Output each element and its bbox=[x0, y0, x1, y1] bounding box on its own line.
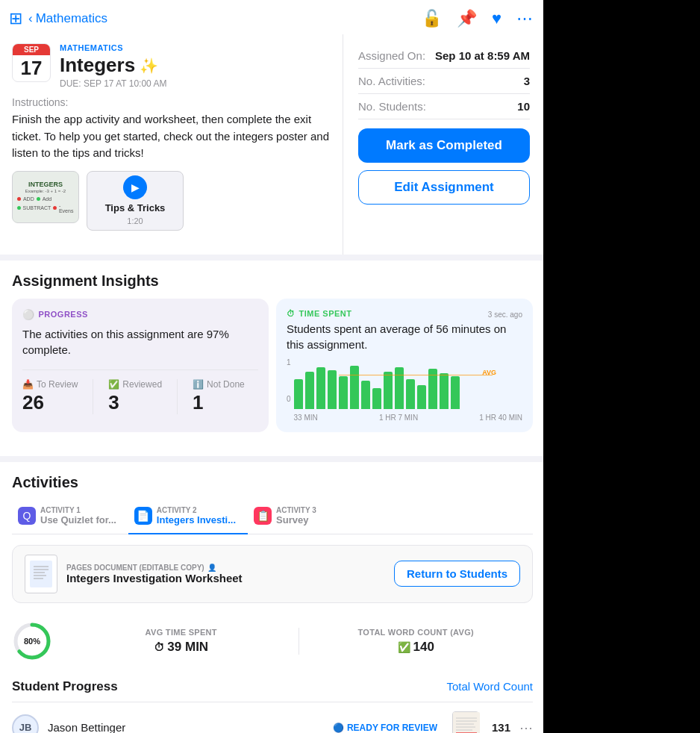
tab-1-main: Use Quizlet for... bbox=[40, 514, 116, 525]
activities-value: 3 bbox=[524, 75, 530, 87]
tab-2-sub: ACTIVITY 2 bbox=[157, 506, 236, 514]
play-button[interactable]: ▶ bbox=[123, 175, 147, 199]
avatar-initials-jb: JB bbox=[19, 722, 32, 733]
chart-area: AVG bbox=[294, 358, 522, 422]
status-dot-jb: 🔵 bbox=[333, 723, 344, 733]
info-icon: ℹ️ bbox=[193, 379, 204, 390]
student-row-jb: JB Jason Bettinger 🔵 READY FOR REVIEW bbox=[12, 702, 533, 734]
more-icon[interactable]: ⋯ bbox=[516, 9, 533, 28]
activity-tab-3[interactable]: 📋 ACTIVITY 3 Survey bbox=[248, 500, 328, 534]
activities-label: No. Activities: bbox=[358, 75, 425, 87]
student-doc-thumb-jb[interactable] bbox=[452, 711, 479, 734]
student-name-jb: Jason Bettinger bbox=[48, 721, 318, 733]
activity-tab-1[interactable]: Q ACTIVITY 1 Use Quizlet for... bbox=[12, 500, 128, 534]
video-duration: 1:20 bbox=[127, 216, 143, 225]
student-word-count-jb: 131 bbox=[488, 721, 510, 733]
progress-card: ⚪ PROGRESS The activities on this assign… bbox=[12, 299, 269, 432]
student-more-jb[interactable]: ⋯ bbox=[519, 720, 533, 734]
tab-1-labels: ACTIVITY 1 Use Quizlet for... bbox=[40, 506, 116, 525]
chart-container: 1 0 AVG bbox=[287, 358, 522, 422]
tab-3-labels: ACTIVITY 3 Survey bbox=[276, 506, 316, 525]
back-button[interactable]: ‹ Mathematics bbox=[28, 11, 107, 26]
total-word-count-link[interactable]: Total Word Count bbox=[446, 680, 533, 693]
back-label[interactable]: Mathematics bbox=[36, 11, 107, 26]
time-spent-text: Students spent an average of 56 minutes … bbox=[287, 321, 522, 352]
doc-info: PAGES DOCUMENT (EDITABLE COPY) 👤 Integer… bbox=[25, 555, 243, 593]
students-value: 10 bbox=[517, 100, 530, 113]
progress-text: The activities on this assignment are 97… bbox=[22, 326, 258, 358]
stat-divider-2 bbox=[177, 379, 178, 414]
sidebar-icon[interactable]: ⊞ bbox=[9, 9, 22, 28]
to-review-label: 📥 To Review bbox=[22, 379, 78, 390]
activity-tabs: Q ACTIVITY 1 Use Quizlet for... 📄 ACTIVI… bbox=[12, 500, 533, 534]
doc-thumbnail bbox=[25, 555, 57, 593]
integers-poster[interactable]: INTEGERS Example: -3 + 1 = -2 ADD Add bbox=[12, 171, 79, 223]
attachments: INTEGERS Example: -3 + 1 = -2 ADD Add bbox=[12, 171, 331, 231]
x-label-2: 1 HR 40 MIN bbox=[479, 414, 522, 422]
svg-rect-0 bbox=[30, 561, 52, 587]
insights-section: Assignment Insights ⚪ PROGRESS The activ… bbox=[0, 255, 545, 456]
pin-icon[interactable]: 📌 bbox=[457, 9, 477, 28]
return-to-students-button[interactable]: Return to Students bbox=[394, 561, 520, 587]
tab-2-main: Integers Investi... bbox=[157, 514, 236, 525]
avg-time-metric: AVG TIME SPENT ⏱ 39 MIN bbox=[64, 628, 299, 655]
stat-divider-1 bbox=[93, 379, 93, 414]
lock-icon[interactable]: 🔓 bbox=[422, 9, 442, 28]
word-count-label: TOTAL WORD COUNT (AVG) bbox=[311, 628, 522, 637]
student-avatar-jb: JB bbox=[12, 714, 39, 734]
integers-poster-content: INTEGERS Example: -3 + 1 = -2 ADD Add bbox=[12, 171, 79, 223]
right-column: Assigned On: Sep 10 at 8:59 AM No. Activ… bbox=[343, 34, 545, 255]
tab-1-icon: Q bbox=[18, 507, 36, 525]
bar bbox=[361, 381, 370, 409]
metrics-row: 80% AVG TIME SPENT ⏱ 39 MIN TOTAL WORD C… bbox=[12, 612, 533, 670]
status-badge-jb: 🔵 READY FOR REVIEW bbox=[327, 720, 443, 734]
word-count-metric: TOTAL WORD COUNT (AVG) ✅ 140 bbox=[299, 628, 534, 655]
bar bbox=[451, 376, 460, 409]
bar bbox=[440, 373, 449, 409]
bar bbox=[372, 388, 381, 409]
doc-thumb-svg bbox=[30, 561, 52, 587]
assignment-header: SEP 17 Mathematics Integers ✨ DUE: SEP 1… bbox=[12, 43, 331, 89]
calendar-icon: SEP 17 bbox=[12, 43, 51, 82]
sparkle-icon: ✨ bbox=[140, 57, 158, 75]
time-spent-category: ⏱ TIME SPENT bbox=[287, 309, 352, 318]
top-nav: ⊞ ‹ Mathematics 🔓 📌 ♥ ⋯ bbox=[0, 0, 545, 34]
chart-y-labels: 1 0 bbox=[287, 358, 291, 403]
edit-assignment-button[interactable]: Edit Assignment bbox=[358, 170, 530, 205]
time-icon: ⏱ bbox=[287, 309, 296, 318]
x-label-1: 1 HR 7 MIN bbox=[379, 414, 418, 422]
not-done-value: 1 bbox=[193, 391, 245, 414]
assigned-on-row: Assigned On: Sep 10 at 8:59 AM bbox=[358, 43, 530, 69]
student-progress-title: Student Progress bbox=[12, 679, 118, 694]
y-max: 1 bbox=[287, 358, 291, 366]
tips-tricks-video[interactable]: ▶ Tips & Tricks 1:20 bbox=[87, 171, 184, 231]
doc-type: PAGES DOCUMENT (EDITABLE COPY) 👤 bbox=[66, 564, 243, 572]
avg-time-value: ⏱ 39 MIN bbox=[76, 640, 287, 655]
students-row: No. Students: 10 bbox=[358, 94, 530, 119]
time-spent-header: ⏱ TIME SPENT 3 sec. ago bbox=[287, 309, 522, 321]
poster-lines: ADD Add SUBTRACT -Evens bbox=[17, 196, 74, 213]
to-review-stat: 📥 To Review 26 bbox=[22, 379, 78, 414]
poster-title: INTEGERS bbox=[28, 181, 63, 188]
activities-row: No. Activities: 3 bbox=[358, 69, 530, 94]
due-date: DUE: SEP 17 AT 10:00 AM bbox=[60, 78, 331, 89]
tab-2-icon: 📄 bbox=[134, 507, 152, 525]
word-count-value: ✅ 140 bbox=[311, 640, 522, 655]
x-label-0: 33 MIN bbox=[294, 414, 318, 422]
tab-1-sub: ACTIVITY 1 bbox=[40, 506, 116, 514]
cal-day: 17 bbox=[13, 55, 50, 81]
bar bbox=[305, 372, 314, 409]
mark-completed-button[interactable]: Mark as Completed bbox=[358, 128, 530, 163]
activity-tab-2[interactable]: 📄 ACTIVITY 2 Integers Investi... bbox=[128, 500, 248, 534]
activities-title: Activities bbox=[12, 474, 533, 491]
bar bbox=[417, 385, 426, 409]
y-min: 0 bbox=[287, 395, 291, 403]
avg-label: AVG bbox=[482, 369, 496, 376]
heart-icon[interactable]: ♥ bbox=[492, 9, 501, 28]
bar bbox=[350, 366, 359, 409]
time-ago: 3 sec. ago bbox=[488, 311, 522, 319]
subject-label: Mathematics bbox=[60, 43, 331, 52]
insights-title: Assignment Insights bbox=[12, 272, 533, 290]
instructions-text: Finish the app activity and worksheet, t… bbox=[12, 111, 331, 162]
students-label: No. Students: bbox=[358, 100, 426, 113]
